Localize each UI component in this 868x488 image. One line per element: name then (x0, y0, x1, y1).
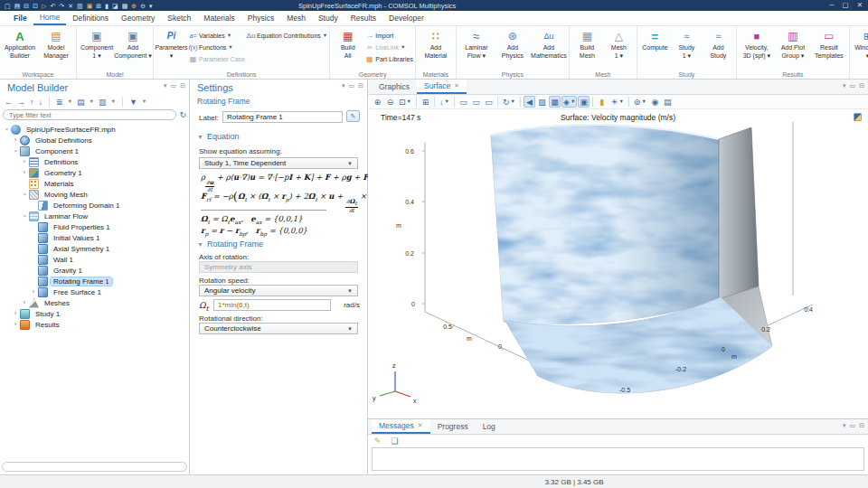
ribbon-button-model-manager[interactable]: ▤ModelManager (38, 27, 74, 70)
expand-arrow-icon[interactable]: › (30, 288, 37, 296)
tree-row-free-surface-1[interactable]: ›Free Surface 1 (3, 286, 187, 297)
move-down-icon[interactable]: ↓ (39, 98, 43, 107)
tree-row-materials[interactable]: Materials (3, 178, 187, 189)
zoom-box-icon[interactable]: ⊡▼ (397, 96, 413, 108)
view-xy-plane-icon[interactable]: ▭ (458, 96, 469, 108)
tree-row-rotating-frame-1[interactable]: Rotating Frame 1 (3, 276, 187, 286)
expand-arrow-icon[interactable]: › (12, 321, 19, 328)
ribbon-button-study-1[interactable]: ≈Study1 ▾ (671, 27, 703, 70)
tree-row-fluid-properties-1[interactable]: Fluid Properties 1 (3, 221, 187, 232)
back-icon[interactable]: ← (5, 98, 13, 107)
tree-row-laminar-flow[interactable]: ›Laminar Flow (3, 211, 187, 221)
copy-icon[interactable]: ▥ (77, 3, 83, 9)
tree-row-definitions[interactable]: ›Definitions (3, 156, 187, 167)
tree-row-initial-values-1[interactable]: Initial Values 1 (3, 232, 187, 243)
menu-tab-results[interactable]: Results (344, 11, 382, 25)
hide-geometry-icon[interactable]: ◀ (524, 96, 535, 108)
rotation-speed-dropdown[interactable]: Angular velocity ▼ (199, 285, 358, 296)
expand-arrow-icon[interactable]: › (12, 136, 19, 144)
clear-messages-icon[interactable]: ✎ (372, 435, 383, 446)
tree-row-global-definitions[interactable]: ›Global Definitions (3, 135, 187, 145)
transparency-icon[interactable]: ▨ (536, 96, 548, 108)
plot-settings-icon[interactable]: ◈▼ (561, 96, 577, 108)
panel-close-icon[interactable]: ⊟ (180, 82, 185, 89)
filter-input[interactable] (3, 109, 176, 120)
plot-area[interactable]: Time=147 s Surface: Velocity magnitude (… (368, 109, 868, 418)
collapse-arrow-icon[interactable]: › (21, 191, 28, 198)
menu-tab-developer[interactable]: Developer (382, 11, 430, 25)
tree-row-axial-symmetry-1[interactable]: Axial Symmetry 1 (3, 243, 187, 254)
view-yz-plane-icon[interactable]: ▭ (470, 96, 482, 108)
collapse-all-icon[interactable]: ≣ (56, 98, 63, 107)
messages-tab-progress[interactable]: Progress (430, 419, 476, 434)
collapse-arrow-icon[interactable]: › (3, 126, 10, 133)
run-icon[interactable]: ▷ (42, 3, 46, 9)
zoom-in-icon[interactable]: ⊕ (372, 96, 383, 108)
panel-close-icon[interactable]: ⊟ (358, 82, 363, 89)
qat-menu-icon[interactable]: ▾ (149, 3, 153, 9)
tree-row-wall-1[interactable]: Wall 1 (3, 254, 187, 265)
panel-float-icon[interactable]: ▭ (850, 422, 856, 429)
move-up-icon[interactable]: ↑ (30, 98, 34, 107)
panel-menu-icon[interactable]: ▾ (843, 82, 846, 89)
panel-float-icon[interactable]: ▭ (349, 82, 355, 89)
collapse-arrow-icon[interactable]: › (12, 147, 19, 155)
rotate-view-icon[interactable]: ↻▼ (501, 96, 517, 108)
expand-arrow-icon[interactable]: › (12, 310, 19, 317)
model-builder-bottom-box[interactable] (2, 462, 187, 472)
expand-arrow-icon[interactable]: › (21, 158, 28, 165)
ribbon-button-compute[interactable]: =Compute (639, 27, 671, 70)
preview-icon[interactable]: ⊖ (140, 3, 146, 9)
menu-tab-physics[interactable]: Physics (241, 11, 280, 25)
ribbon-button-parameters[interactable]: PiParameters▾ (156, 27, 187, 70)
close-icon[interactable]: ✕ (857, 1, 863, 9)
duplicate-icon[interactable]: ⊞ (96, 3, 101, 9)
ribbon-button-add-mathematics[interactable]: ΔuAddMathematics (531, 27, 567, 70)
ribbon-button-component-1[interactable]: ▣Component1 ▾ (79, 27, 115, 70)
print-icon[interactable]: ▤ (662, 96, 674, 108)
expand-arrow-icon[interactable]: › (21, 299, 28, 306)
rotating-frame-section-header[interactable]: ▼ Rotating Frame (197, 239, 263, 249)
graphics-tab-graphics[interactable]: Graphics (372, 80, 417, 94)
panel-menu-icon[interactable]: ▾ (843, 422, 846, 429)
maximize-icon[interactable]: ▢ (843, 1, 849, 9)
redo-icon[interactable]: ↷ (59, 3, 64, 9)
lock-icon[interactable]: ▮ (596, 96, 608, 108)
menu-tab-sketch[interactable]: Sketch (161, 11, 197, 25)
ribbon-button-build-mesh[interactable]: ▦BuildMesh (571, 27, 603, 70)
wireframe-rendering-icon[interactable]: ▦ (549, 96, 561, 108)
ribbon-button-functions[interactable]: f(x)Functions▼ (189, 42, 245, 52)
paste-icon[interactable]: ▣ (87, 3, 93, 9)
ribbon-button-add-physics[interactable]: ⊛AddPhysics (495, 27, 531, 70)
zoom-out-icon[interactable]: ⊖ (384, 96, 396, 108)
menu-tab-definitions[interactable]: Definitions (66, 11, 115, 25)
ribbon-button-variables[interactable]: a=Variables▼ (189, 31, 245, 41)
tree-row-deforming-domain-1[interactable]: Deforming Domain 1 (3, 200, 187, 211)
color-settings-icon[interactable]: ▣ (578, 96, 590, 108)
angular-velocity-input[interactable] (213, 299, 331, 311)
equation-section-header[interactable]: ▼ Equation (197, 132, 239, 141)
menu-tab-home[interactable]: Home (33, 11, 67, 25)
study-dropdown[interactable]: Study 1, Time Dependent ▼ (199, 157, 358, 169)
minimize-icon[interactable]: ─ (829, 1, 834, 9)
view-zx-plane-icon[interactable]: ▭ (483, 96, 495, 108)
refresh-icon[interactable]: ↻ (179, 110, 186, 119)
panel-close-icon[interactable]: ⊟ (859, 82, 864, 89)
menu-tab-file[interactable]: File (7, 11, 33, 25)
go-to-default-view-icon[interactable]: ↓▼ (438, 96, 451, 108)
ribbon-button-laminar-flow[interactable]: ≈LaminarFlow ▾ (458, 27, 495, 70)
ribbon-button-equation-contributions[interactable]: ΔuEquation Contributions▼ (247, 31, 327, 41)
collapse-arrow-icon[interactable]: › (21, 212, 28, 220)
ribbon-button-add-study[interactable]: ≈AddStudy (703, 27, 734, 70)
messages-output-area[interactable] (372, 447, 864, 471)
forward-icon[interactable]: → (17, 98, 25, 107)
close-tab-icon[interactable]: ✕ (418, 422, 423, 429)
tree-row-geometry-1[interactable]: ›Geometry 1 (3, 167, 187, 178)
ribbon-button-velocity-3d-spf[interactable]: ■Velocity,3D (spf) ▾ (739, 27, 775, 70)
graphics-tab-surface[interactable]: Surface✕ (417, 80, 467, 94)
select-icon[interactable]: ◪ (112, 3, 118, 9)
scene-light-icon[interactable]: ☀▼ (609, 96, 626, 108)
save-icon[interactable]: ⊟ (24, 3, 29, 9)
ribbon-button-part-libraries[interactable]: ▦Part Libraries (365, 54, 413, 64)
show-icon[interactable]: ▤ (77, 98, 85, 107)
